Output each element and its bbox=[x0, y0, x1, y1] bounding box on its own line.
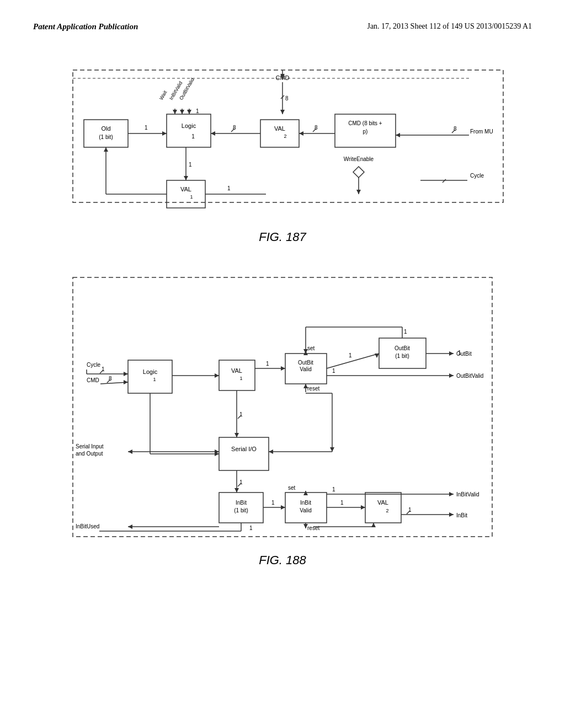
svg-text:(1 bit): (1 bit) bbox=[234, 507, 248, 513]
svg-text:CMD: CMD bbox=[87, 377, 99, 383]
svg-marker-110 bbox=[215, 373, 219, 378]
svg-marker-53 bbox=[356, 190, 361, 194]
svg-text:Cycle: Cycle bbox=[87, 362, 100, 368]
svg-text:InBit: InBit bbox=[456, 512, 467, 518]
svg-marker-98 bbox=[124, 380, 128, 384]
publication-title: Patent Application Publication bbox=[33, 22, 138, 31]
svg-text:VAL: VAL bbox=[377, 499, 388, 506]
svg-text:1: 1 bbox=[349, 352, 352, 358]
svg-text:1: 1 bbox=[191, 133, 195, 140]
svg-marker-28 bbox=[280, 110, 285, 114]
svg-marker-112 bbox=[281, 366, 285, 371]
svg-text:1: 1 bbox=[271, 500, 275, 506]
svg-text:VAL: VAL bbox=[274, 125, 285, 132]
fig187-diagram: Old (1 bit) Logic 1 VAL 2 CMD (8 bits + … bbox=[56, 48, 509, 224]
svg-marker-40 bbox=[162, 131, 167, 136]
svg-text:1: 1 bbox=[266, 361, 269, 367]
svg-rect-66 bbox=[73, 277, 492, 537]
svg-rect-1 bbox=[84, 120, 128, 147]
svg-marker-168 bbox=[371, 523, 376, 527]
svg-marker-160 bbox=[449, 512, 454, 517]
svg-rect-0 bbox=[73, 70, 503, 202]
svg-text:reset: reset bbox=[307, 525, 319, 531]
fig188-diagram: Logic 1 VAL 1 OutBit Valid OutBit (1 bit… bbox=[56, 272, 509, 548]
svg-text:1: 1 bbox=[332, 368, 335, 374]
svg-text:CMD (8 bits +: CMD (8 bits + bbox=[348, 120, 382, 126]
fig188-label: FIG. 188 bbox=[259, 553, 306, 568]
svg-text:Logic: Logic bbox=[182, 122, 196, 129]
svg-marker-93 bbox=[124, 372, 128, 376]
svg-text:1: 1 bbox=[458, 350, 461, 356]
svg-text:From MU: From MU bbox=[470, 129, 493, 135]
svg-text:2: 2 bbox=[284, 133, 286, 139]
svg-marker-43 bbox=[184, 176, 188, 180]
svg-text:1: 1 bbox=[332, 486, 335, 493]
svg-marker-104 bbox=[128, 449, 132, 454]
publication-info: Jan. 17, 2013 Sheet 112 of 149 US 2013/0… bbox=[367, 22, 532, 31]
svg-rect-70 bbox=[219, 360, 255, 390]
svg-marker-32 bbox=[299, 131, 303, 136]
svg-text:1: 1 bbox=[189, 162, 192, 168]
svg-text:Serial Input: Serial Input bbox=[76, 443, 104, 449]
svg-text:Valid: Valid bbox=[300, 366, 312, 372]
page: Patent Application Publication Jan. 17, … bbox=[0, 0, 565, 728]
svg-text:1: 1 bbox=[190, 194, 193, 200]
svg-marker-142 bbox=[234, 488, 239, 493]
svg-text:1: 1 bbox=[153, 377, 156, 382]
svg-text:OutBitValid: OutBitValid bbox=[456, 373, 483, 379]
svg-marker-128 bbox=[303, 349, 308, 354]
svg-marker-132 bbox=[449, 373, 454, 378]
svg-marker-152 bbox=[361, 505, 365, 510]
svg-marker-22 bbox=[180, 110, 184, 114]
svg-text:Serial I/O: Serial I/O bbox=[231, 446, 257, 452]
svg-marker-150 bbox=[303, 491, 308, 495]
svg-text:OutBit: OutBit bbox=[298, 360, 313, 366]
svg-marker-173 bbox=[269, 449, 273, 454]
svg-text:reset: reset bbox=[307, 386, 319, 392]
svg-rect-7 bbox=[260, 120, 299, 147]
fig187-section: Old (1 bit) Logic 1 VAL 2 CMD (8 bits + … bbox=[33, 48, 532, 261]
svg-text:InBit: InBit bbox=[300, 500, 311, 506]
svg-text:1: 1 bbox=[340, 500, 344, 506]
svg-text:Wait: Wait bbox=[158, 89, 168, 101]
svg-rect-79 bbox=[219, 437, 269, 470]
svg-marker-51 bbox=[353, 167, 364, 178]
svg-text:set: set bbox=[288, 485, 296, 491]
svg-text:p): p) bbox=[363, 129, 368, 135]
svg-marker-47 bbox=[104, 147, 108, 152]
svg-line-118 bbox=[327, 354, 379, 368]
svg-text:InBitUsed: InBitUsed bbox=[76, 523, 99, 529]
svg-text:Old: Old bbox=[101, 125, 110, 132]
svg-marker-122 bbox=[449, 351, 454, 356]
svg-text:1: 1 bbox=[196, 108, 199, 114]
svg-rect-87 bbox=[365, 493, 401, 523]
page-header: Patent Application Publication Jan. 17, … bbox=[33, 22, 532, 31]
svg-text:1: 1 bbox=[404, 329, 407, 335]
svg-marker-119 bbox=[375, 354, 379, 358]
svg-text:2: 2 bbox=[386, 508, 388, 513]
svg-marker-138 bbox=[234, 433, 239, 437]
svg-text:(1 bit): (1 bit) bbox=[395, 353, 409, 359]
svg-text:Valid: Valid bbox=[300, 507, 312, 513]
svg-marker-59 bbox=[396, 133, 400, 137]
svg-text:VAL: VAL bbox=[231, 367, 242, 374]
svg-rect-67 bbox=[128, 360, 172, 393]
svg-text:8: 8 bbox=[285, 95, 289, 101]
svg-text:1: 1 bbox=[239, 376, 242, 381]
svg-text:set: set bbox=[307, 345, 315, 351]
svg-text:and Output: and Output bbox=[76, 451, 103, 457]
svg-line-56 bbox=[443, 179, 446, 183]
svg-text:VAL: VAL bbox=[180, 186, 191, 192]
svg-rect-4 bbox=[167, 114, 211, 147]
fig187-label: FIG. 187 bbox=[259, 230, 306, 244]
svg-text:WriteEnable: WriteEnable bbox=[344, 156, 374, 162]
svg-text:(1 bit): (1 bit) bbox=[99, 134, 113, 140]
fig188-section: Logic 1 VAL 1 OutBit Valid OutBit (1 bit… bbox=[33, 272, 532, 584]
svg-text:InBit: InBit bbox=[236, 500, 247, 506]
svg-rect-13 bbox=[167, 180, 205, 208]
svg-text:Logic: Logic bbox=[143, 368, 158, 375]
svg-marker-176 bbox=[330, 447, 334, 452]
svg-marker-147 bbox=[281, 505, 285, 510]
svg-marker-24 bbox=[187, 110, 191, 114]
svg-text:OutBit: OutBit bbox=[395, 345, 410, 351]
